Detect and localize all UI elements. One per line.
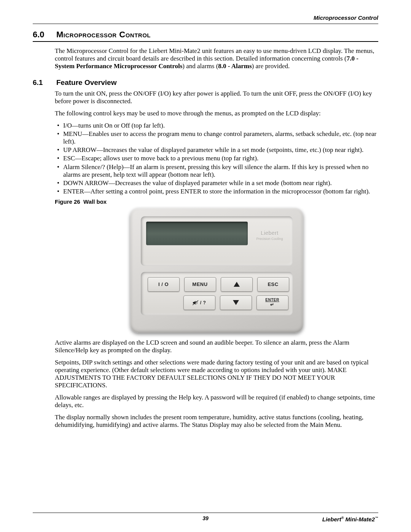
alarm-silence-button[interactable]: / ? xyxy=(183,296,215,310)
key-item: UP ARROW—Increases the value of displaye… xyxy=(63,146,378,154)
trademark-icon: ™ xyxy=(375,516,378,520)
speaker-mute-icon xyxy=(193,300,199,305)
para-ranges: Allowable ranges are displayed by pressi… xyxy=(55,394,378,409)
key-item: ENTER—After setting a control point, pre… xyxy=(63,188,378,195)
bottom-rule xyxy=(33,513,378,513)
intro-text-mid: ) and alarms ( xyxy=(182,62,218,70)
intro-paragraph: The Microprocessor Control for the Liebe… xyxy=(55,47,378,70)
figure-label: Figure 26 xyxy=(55,198,80,205)
brand-area: Liebert Precision Cooling xyxy=(252,222,287,241)
running-head: Microprocessor Control xyxy=(314,14,378,21)
key-item: DOWN ARROW—Decreases the value of displa… xyxy=(63,179,378,187)
section-number: 6.0 xyxy=(33,30,55,40)
wallbox-device: Liebert Precision Cooling I / O MENU ESC xyxy=(130,208,303,333)
footer-brand-mid: Mini-Mate2 xyxy=(344,516,375,522)
footer-brand-prefix: Liebert xyxy=(322,516,341,522)
section-title: Microprocessor Control xyxy=(56,30,151,40)
subsection-number: 6.1 xyxy=(33,78,55,87)
enter-button[interactable]: ENTER ↵ xyxy=(256,296,288,310)
key-item: Alarm Silence/? (Help)—If an alarm is pr… xyxy=(63,163,378,179)
lcd-panel: Liebert Precision Cooling xyxy=(141,216,293,266)
triangle-up-icon xyxy=(234,282,240,287)
menu-button[interactable]: MENU xyxy=(184,277,216,292)
intro-bold-2: 8.0 - Alarms xyxy=(218,62,252,70)
brand-name: Liebert xyxy=(252,230,287,236)
brand-subtitle: Precision Cooling xyxy=(252,237,287,241)
para-setpoints: Setpoints, DIP switch settings and other… xyxy=(55,359,378,389)
intro-text-pre: The Microprocessor Control for the Liebe… xyxy=(55,47,374,62)
para-display: The display normally shown includes the … xyxy=(55,414,378,429)
down-arrow-button[interactable] xyxy=(220,296,252,310)
triangle-down-icon xyxy=(233,300,239,305)
lcd-screen xyxy=(146,222,248,245)
keypad-panel: I / O MENU ESC xyxy=(141,272,293,315)
figure-title: Wall box xyxy=(83,198,107,205)
io-button[interactable]: I / O xyxy=(148,277,180,292)
silence-label: / ? xyxy=(200,300,206,305)
esc-button[interactable]: ESC xyxy=(257,277,289,292)
subsection-title: Feature Overview xyxy=(56,78,116,87)
enter-label: ENTER xyxy=(265,298,279,302)
key-item: ESC—Escape; allows user to move back to … xyxy=(63,155,378,162)
figure-caption: Figure 26 Wall box xyxy=(55,198,378,205)
intro-text-post: ) are provided. xyxy=(252,62,290,70)
para-keys-intro: The following control keys may be used t… xyxy=(55,110,378,117)
up-arrow-button[interactable] xyxy=(221,277,253,292)
footer-brand: Liebert® Mini-Mate2™ xyxy=(322,516,378,522)
top-rule xyxy=(33,24,378,24)
para-alarms: Active alarms are displayed on the LCD s… xyxy=(55,339,378,354)
section-rule xyxy=(33,41,378,42)
key-item: I/O—turns unit On or Off (top far left). xyxy=(63,122,378,129)
key-list: I/O—turns unit On or Off (top far left).… xyxy=(55,122,378,195)
para-onoff: To turn the unit ON, press the ON/OFF (I… xyxy=(55,90,378,105)
key-item: MENU—Enables user to access the program … xyxy=(63,130,378,145)
return-arrow-icon: ↵ xyxy=(270,302,274,307)
